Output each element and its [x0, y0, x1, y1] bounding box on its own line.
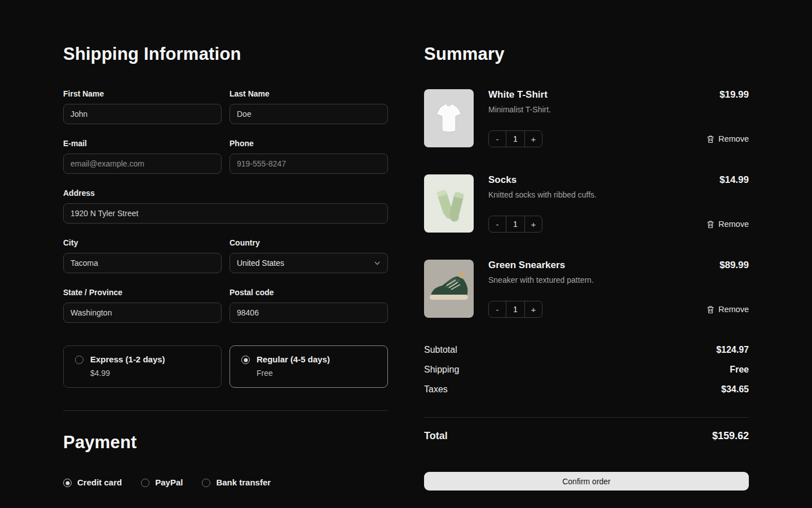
summary-section: Summary White T-Shirt Minimalist T-Shirt… — [424, 44, 749, 491]
item-price: $19.99 — [720, 89, 749, 100]
payment-method-label: PayPal — [155, 478, 183, 487]
payment-method-credit-card[interactable]: Credit card — [63, 478, 122, 487]
trash-icon — [707, 135, 714, 143]
email-label: E-mail — [63, 139, 222, 148]
summary-title: Summary — [424, 44, 749, 64]
quantity-stepper: - 1 + — [488, 301, 542, 318]
qty-increase-button[interactable]: + — [525, 301, 542, 317]
first-name-field: First Name — [63, 89, 222, 124]
confirm-order-button[interactable]: Confirm order — [424, 472, 749, 491]
option-price: $4.99 — [90, 369, 165, 378]
section-divider — [63, 410, 388, 411]
subtotal-row: Subtotal $124.97 — [424, 345, 749, 355]
item-name: Socks — [488, 174, 597, 186]
total-value: $159.62 — [712, 430, 749, 442]
qty-decrease-button[interactable]: - — [489, 131, 506, 147]
payment-title: Payment — [63, 432, 388, 453]
option-label: Regular (4-5 days) — [257, 354, 330, 364]
state-field: State / Province — [63, 288, 222, 323]
subtotal-value: $124.97 — [716, 345, 749, 355]
address-label: Address — [63, 189, 388, 198]
shipping-row: Shipping Free — [424, 365, 749, 375]
quantity-stepper: - 1 + — [488, 216, 542, 233]
qty-increase-button[interactable]: + — [525, 131, 542, 147]
shipping-section: Shipping Information First Name Last Nam… — [63, 44, 388, 491]
phone-field: Phone — [230, 139, 388, 174]
trash-icon — [707, 305, 714, 314]
phone-label: Phone — [230, 139, 388, 148]
city-label: City — [63, 238, 222, 247]
total-row: Total $159.62 — [424, 430, 749, 442]
item-name: Green Snearkers — [488, 260, 594, 271]
last-name-input[interactable] — [230, 104, 388, 124]
cart-item: White T-Shirt Minimalist T-Shirt. $19.99… — [424, 89, 749, 147]
remove-label: Remove — [718, 134, 749, 143]
product-image-white-tshirt — [424, 89, 474, 147]
remove-item-button[interactable]: Remove — [707, 305, 749, 314]
country-field: Country United States — [230, 238, 388, 273]
total-label: Total — [424, 430, 448, 442]
country-label: Country — [230, 238, 388, 247]
shipping-title: Shipping Information — [63, 44, 388, 64]
shipping-value: Free — [730, 365, 749, 375]
checkout-page: Shipping Information First Name Last Nam… — [0, 0, 812, 491]
address-field: Address — [63, 189, 388, 224]
item-description: Knitted socks with ribbed cuffs. — [488, 190, 597, 199]
state-label: State / Province — [63, 288, 222, 297]
radio-icon — [141, 479, 149, 487]
cart-item: Socks Knitted socks with ribbed cuffs. $… — [424, 174, 749, 233]
option-label: Express (1-2 days) — [90, 354, 165, 364]
email-input[interactable] — [63, 154, 222, 174]
postal-code-label: Postal code — [230, 288, 388, 297]
qty-decrease-button[interactable]: - — [489, 301, 506, 317]
shipping-options: Express (1-2 days) $4.99 Regular (4-5 da… — [63, 345, 388, 388]
taxes-label: Taxes — [424, 384, 448, 395]
radio-icon — [75, 356, 83, 364]
phone-input[interactable] — [230, 154, 388, 174]
payment-method-paypal[interactable]: PayPal — [141, 478, 183, 487]
product-image-green-socks — [424, 174, 474, 233]
trash-icon — [707, 220, 714, 229]
shipping-option-express[interactable]: Express (1-2 days) $4.99 — [63, 345, 222, 388]
country-select[interactable]: United States — [230, 253, 388, 273]
item-description: Sneaker with textured pattern. — [488, 275, 594, 284]
postal-code-field: Postal code — [230, 288, 388, 323]
quantity-stepper: - 1 + — [488, 130, 542, 147]
qty-value: 1 — [506, 216, 525, 232]
payment-method-bank-transfer[interactable]: Bank transfer — [202, 478, 271, 487]
last-name-field: Last Name — [230, 89, 388, 124]
shipping-label: Shipping — [424, 365, 459, 375]
radio-icon — [241, 356, 250, 364]
payment-methods: Credit card PayPal Bank transfer — [63, 478, 388, 487]
total-divider — [424, 417, 749, 418]
radio-icon — [63, 479, 72, 487]
item-price: $89.99 — [720, 260, 749, 271]
first-name-input[interactable] — [63, 104, 222, 124]
city-field: City — [63, 238, 222, 273]
remove-item-button[interactable]: Remove — [707, 220, 749, 229]
item-name: White T-Shirt — [488, 89, 551, 100]
radio-icon — [202, 479, 210, 487]
payment-method-label: Bank transfer — [216, 478, 271, 487]
postal-code-input[interactable] — [230, 303, 388, 323]
email-field: E-mail — [63, 139, 222, 174]
payment-method-label: Credit card — [77, 478, 122, 487]
last-name-label: Last Name — [230, 89, 388, 98]
option-price: Free — [257, 369, 330, 378]
qty-increase-button[interactable]: + — [525, 216, 542, 232]
remove-label: Remove — [718, 220, 749, 229]
qty-decrease-button[interactable]: - — [489, 216, 506, 232]
taxes-value: $34.65 — [721, 384, 749, 395]
remove-item-button[interactable]: Remove — [707, 134, 749, 143]
shipping-option-regular[interactable]: Regular (4-5 days) Free — [230, 345, 388, 388]
state-input[interactable] — [63, 303, 222, 323]
taxes-row: Taxes $34.65 — [424, 384, 749, 395]
product-image-green-sneaker — [424, 260, 474, 318]
subtotal-label: Subtotal — [424, 345, 457, 355]
chevron-down-icon — [374, 260, 381, 266]
city-input[interactable] — [63, 253, 222, 273]
address-input[interactable] — [63, 203, 388, 224]
totals: Subtotal $124.97 Shipping Free Taxes $34… — [424, 345, 749, 442]
remove-label: Remove — [718, 305, 749, 314]
country-value: United States — [237, 259, 284, 268]
